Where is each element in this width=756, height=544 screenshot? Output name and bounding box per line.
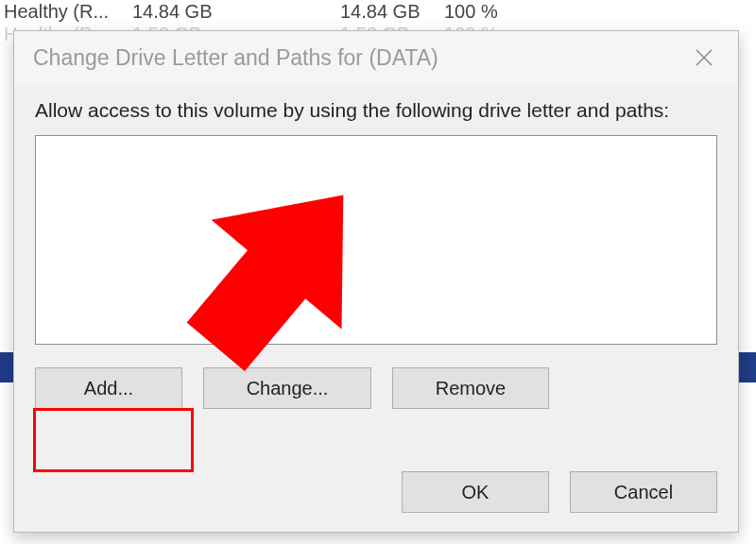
size-cell: 14.84 GB <box>340 1 444 23</box>
size-cell: 14.84 GB <box>132 1 227 23</box>
paths-listbox[interactable] <box>35 135 717 345</box>
ok-button[interactable]: OK <box>402 471 549 513</box>
instruction-label: Allow access to this volume by using the… <box>35 99 717 122</box>
remove-button[interactable]: Remove <box>392 367 549 409</box>
add-button[interactable]: Add... <box>35 367 182 409</box>
pct-cell: 100 % <box>444 1 520 23</box>
table-row: Healthy (R... 14.84 GB 14.84 GB 100 % <box>0 0 756 23</box>
dialog-bottom-row: OK Cancel <box>402 471 717 513</box>
change-button[interactable]: Change... <box>203 367 371 409</box>
dialog-content: Allow access to this volume by using the… <box>14 84 738 409</box>
bg-selection-bar <box>0 352 13 382</box>
dialog-titlebar[interactable]: Change Drive Letter and Paths for (DATA) <box>14 31 738 84</box>
annotation-highlight-box <box>33 408 194 472</box>
change-drive-letter-dialog: Change Drive Letter and Paths for (DATA)… <box>13 30 739 533</box>
close-button[interactable] <box>685 39 723 76</box>
bg-selection-bar <box>739 352 756 382</box>
action-buttons-row: Add... Change... Remove <box>35 367 717 409</box>
cancel-button[interactable]: Cancel <box>570 471 717 513</box>
dialog-title: Change Drive Letter and Paths for (DATA) <box>33 45 438 71</box>
close-icon <box>695 48 713 67</box>
status-cell: Healthy (R... <box>0 1 132 23</box>
